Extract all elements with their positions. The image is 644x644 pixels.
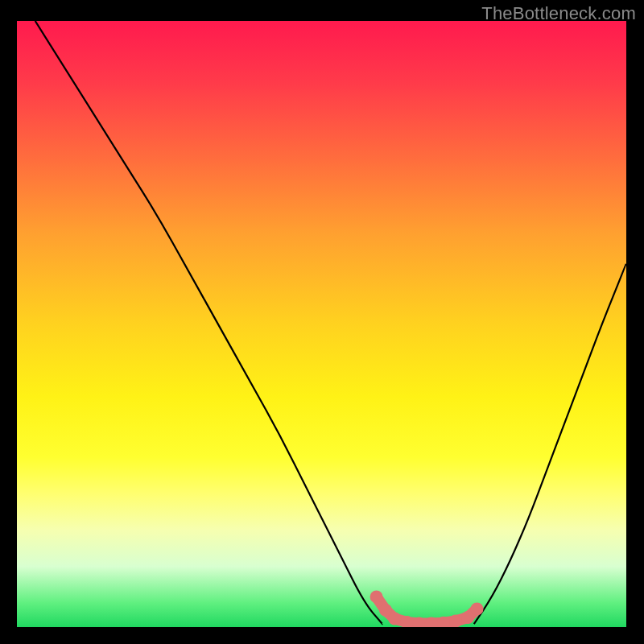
nodule-dot	[471, 602, 484, 615]
left-curve-line	[35, 21, 383, 624]
right-curve-line	[474, 263, 626, 624]
nodule-dot	[449, 615, 462, 628]
watermark-text: TheBottleneck.com	[481, 3, 636, 24]
chart-frame: TheBottleneck.com	[0, 0, 644, 644]
chart-plot-area	[17, 21, 626, 627]
nodule-dot	[388, 613, 401, 625]
chart-svg	[17, 21, 626, 627]
bottom-nodule-dots	[370, 590, 484, 627]
nodule-dot	[370, 590, 383, 603]
